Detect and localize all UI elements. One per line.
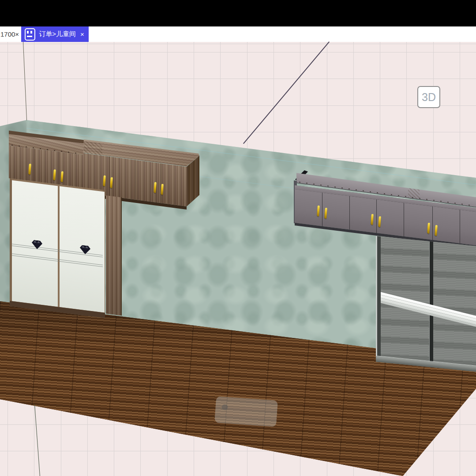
view-mode-3d-badge[interactable]: 3D	[417, 86, 440, 108]
cabinet-door[interactable]	[59, 152, 84, 187]
left-wardrobe-side-column	[106, 195, 122, 315]
cabinet-door[interactable]	[34, 149, 59, 184]
3d-viewport-canvas[interactable]: 3D	[0, 42, 476, 476]
floor-selection-shadow	[214, 396, 278, 427]
right-wardrobe-sliding-section[interactable]	[376, 236, 476, 372]
sliding-door-right[interactable]	[58, 186, 105, 313]
cabinet-door[interactable]	[404, 203, 433, 240]
cabinet-joint-hatch	[408, 188, 420, 199]
ceiling-edge-line	[243, 41, 330, 144]
tab-close-icon[interactable]: ×	[80, 30, 84, 38]
document-tab-order-childrens-room[interactable]: 订单>儿童间 ×	[21, 26, 89, 42]
floor-corner-edge-line	[34, 405, 40, 476]
left-wardrobe-sliding-section[interactable]	[10, 178, 105, 318]
cabinet-icon	[25, 28, 35, 41]
cabinet-door[interactable]	[460, 210, 476, 246]
cabinet-door[interactable]	[135, 160, 161, 203]
document-tab-bar: 1700× 订单>儿童间 ×	[0, 26, 476, 42]
cabinet-door[interactable]	[161, 163, 187, 206]
tab-label: 订单>儿童间	[39, 30, 76, 38]
canvas-dimension-label: 1700×	[0, 26, 19, 42]
sliding-door-right[interactable]	[433, 242, 476, 367]
selection-dot	[221, 404, 228, 410]
cabinet-door[interactable]	[109, 157, 135, 200]
design-app-window: 1700× 订单>儿童间 ×	[0, 0, 476, 476]
top-black-bar	[0, 0, 476, 26]
wall-corner-edge-line	[23, 42, 27, 120]
frame-gable	[377, 236, 381, 362]
